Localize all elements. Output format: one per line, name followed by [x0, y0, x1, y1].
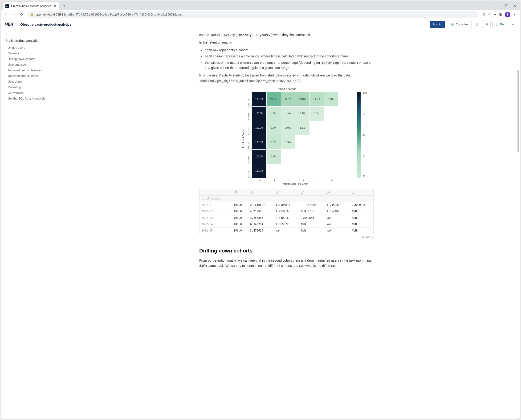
share-icon[interactable]: ⇪: [482, 12, 485, 17]
sidebar-item[interactable]: Drilling down cohorts: [5, 56, 53, 62]
heatmap-cell: 3.3%: [267, 121, 281, 135]
sidebar-item[interactable]: Unique users: [5, 45, 53, 51]
heatmap-cell: 14.5%: [281, 92, 295, 106]
tab-title: Objectiv-basic-product-analytics: [11, 4, 51, 8]
heatmap-cell: [310, 135, 324, 150]
heatmap-cell: 100.0%: [252, 135, 266, 150]
chart-title: Cohort Analysis: [219, 87, 354, 91]
heatmap-cell: 100.0%: [252, 164, 266, 178]
run-button[interactable]: ▷ Run: [492, 21, 509, 28]
code-weekly: weekly: [223, 33, 236, 37]
row-label: 2022-02: [247, 107, 250, 121]
profile-avatar[interactable]: B: [505, 12, 510, 17]
browser-menu-icon[interactable]: ⋮: [513, 12, 517, 17]
url-text: app.hex.tech/803f838c-ed9e-47b4-b761-601…: [36, 13, 183, 16]
play-icon: ▷: [496, 22, 498, 26]
forward-button[interactable]: →: [11, 11, 17, 18]
sidebar-item[interactable]: Marketing: [5, 84, 53, 90]
heatmap-cell: 100.0%: [252, 92, 266, 106]
heatmap-cell: [324, 121, 338, 135]
colorbar-tick: 100: [363, 91, 367, 95]
collapse-sidebar-button[interactable]: «: [5, 33, 53, 37]
heatmap-cell: 1.9%: [281, 107, 295, 121]
export-icon-button[interactable]: ⎙: [474, 21, 481, 28]
table-row: 2022-05100.03.475610NaNNaNNaNNaN: [200, 227, 373, 234]
heatmap-cell: [310, 121, 324, 135]
heatmap-cell: [281, 150, 295, 164]
heatmap-cell: 1.1%: [310, 107, 324, 121]
heatmap-row-labels: 2022-012022-022022-032022-042022-052022-…: [247, 92, 250, 178]
new-tab-button[interactable]: ＋: [61, 2, 68, 9]
row-label: 2022-01: [247, 92, 250, 107]
heatmap-cell: 7.6%: [324, 92, 338, 106]
heatmap-cell: 4.2%: [267, 107, 281, 121]
heatmap-cell: 6.3%: [267, 135, 281, 150]
hex-logo[interactable]: HEX: [4, 19, 17, 30]
sidebar-item[interactable]: Conversions: [5, 90, 53, 96]
nb-paragraph: N.B. the users' activity starts to be tr…: [199, 73, 373, 83]
outline-sidebar: « Basic product analytics Unique usersRe…: [1, 30, 53, 419]
url-input[interactable]: 🔒 app.hex.tech/803f838c-ed9e-47b4-b761-6…: [27, 11, 479, 18]
heatmap-cell: 0.9%: [295, 107, 310, 121]
copy-link-label: Copy link: [456, 22, 468, 26]
table-row: 2022-03100.03.2653062.0408161.632653NaNN…: [200, 215, 373, 221]
back-button[interactable]: ←: [3, 11, 10, 18]
table-row: 2022-01100.020.61068714.50381712.9770991…: [200, 202, 373, 208]
column-header: _1: [248, 189, 274, 195]
column-header: _2: [274, 189, 299, 195]
embed-icon-button[interactable]: ⧉: [483, 21, 491, 28]
drilling-down-heading: Drilling down cohorts: [199, 247, 373, 255]
heatmap-grid: 100.0%20.6%14.5%13.0%11.5%7.6%100.0%4.2%…: [252, 92, 338, 178]
colorbar-tick: 60: [363, 133, 367, 137]
text: the values of the matrix elements are th…: [205, 61, 321, 64]
sidebar-item[interactable]: User time spent: [5, 62, 53, 68]
heatmap-cell: 2.0%: [281, 121, 295, 135]
row-label: 2022-05: [247, 150, 250, 164]
more-menu-icon[interactable]: ⋯: [511, 22, 517, 27]
address-bar: ← → ⟳ 🔒 app.hex.tech/803f838c-ed9e-47b4-…: [1, 10, 520, 19]
intro-paragraph: can be daily, weekly, monthly, or yearly…: [199, 32, 373, 38]
sidebar-item[interactable]: Top used product areas: [5, 73, 53, 79]
sidebar-title[interactable]: Basic product analytics: [5, 39, 53, 43]
reload-button[interactable]: ⟳: [18, 11, 25, 18]
app-header: HEX Objectiv-basic-product-analytics Log…: [1, 19, 520, 30]
close-icon[interactable]: ✕: [53, 4, 57, 8]
extensions-icon[interactable]: ✦: [493, 12, 497, 17]
copy-link-button[interactable]: 🔗 Copy link: [447, 21, 472, 28]
heatmap-cell: 100.0%: [252, 121, 266, 135]
sidebar-item[interactable]: User origin: [5, 79, 53, 84]
scrollbar[interactable]: [517, 30, 519, 419]
tab-favicon: HX: [5, 4, 9, 8]
colorbar: [357, 92, 361, 178]
sidebar-item[interactable]: Top used product features: [5, 68, 53, 73]
code-daily: daily: [210, 33, 221, 37]
row-count: 5 rows: [363, 235, 370, 239]
heatmap-cell: [281, 164, 295, 178]
login-button[interactable]: Log in: [430, 21, 445, 28]
browser-tab[interactable]: HX Objectiv-basic-product-analytics ✕: [3, 2, 59, 10]
matrix-bullet-list: each row represents a cohort, each colum…: [199, 47, 373, 71]
row-label: 2022-06: [247, 164, 250, 178]
colorbar-tick: 20: [363, 175, 367, 178]
bookmark-icon[interactable]: ☆: [488, 12, 491, 17]
minimize-icon[interactable]: —: [498, 4, 501, 8]
close-window-icon[interactable]: ✕: [513, 4, 516, 8]
browser-tab-strip: HX Objectiv-basic-product-analytics ✕ ＋ …: [1, 1, 520, 10]
column-header: _5: [350, 189, 373, 195]
heatmap-cell: 100.0%: [252, 150, 266, 164]
heatmap-cell: 13.0%: [295, 92, 310, 106]
window-dropdown-icon[interactable]: ˇ: [490, 4, 493, 8]
sidebar-item[interactable]: Retention: [5, 51, 53, 56]
text: ) when they first interacted.: [271, 33, 311, 37]
sidepanel-icon[interactable]: ▣: [499, 12, 502, 17]
text: N.B. the users' activity starts to be tr…: [199, 73, 351, 77]
row-label: 2022-04: [247, 135, 250, 150]
colorbar-tick: 80: [363, 112, 367, 116]
code-snippet: modelhub.get_objectiv_dataframe(start_da…: [199, 79, 301, 83]
sidebar-item[interactable]: Get the SQL for any analysis: [5, 96, 53, 101]
content-scroll-area[interactable]: can be daily, weekly, monthly, or yearly…: [53, 30, 520, 419]
heatmap-cell: [295, 135, 310, 150]
download-icon[interactable]: ⭳: [371, 235, 373, 239]
heatmap-cell: 20.6%: [267, 92, 281, 106]
maximize-icon[interactable]: ☐: [505, 4, 508, 8]
